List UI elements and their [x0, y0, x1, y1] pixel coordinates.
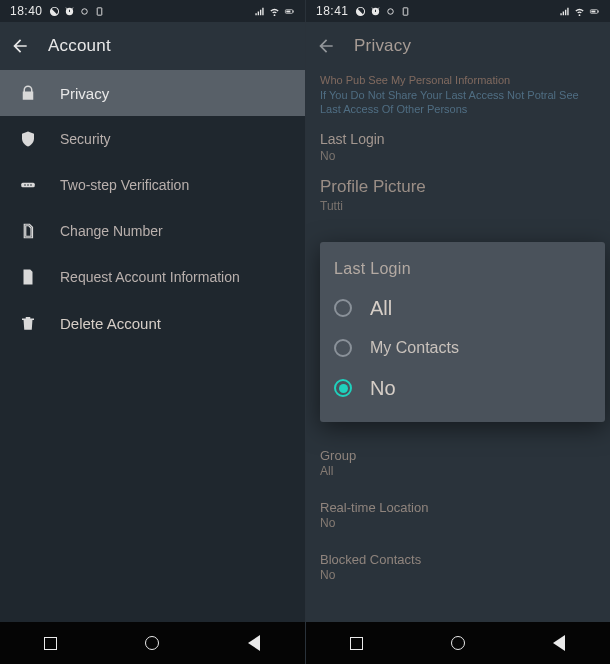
status-bar-left: 18:40	[0, 0, 305, 22]
back-button[interactable]	[314, 34, 338, 58]
screen-privacy: 18:41 Privacy Who Pub See My Personal In…	[305, 0, 610, 664]
privacy-body: Who Pub See My Personal Information If Y…	[306, 70, 610, 622]
svg-rect-3	[293, 10, 294, 12]
subheading-1: Who Pub See My Personal Information	[320, 74, 596, 86]
section-title: Group	[320, 448, 596, 463]
screen-account: 18:40 Account Privacy Security	[0, 0, 305, 664]
svg-point-9	[387, 8, 393, 14]
section-value: No	[320, 149, 596, 163]
row-label: Delete Account	[60, 315, 161, 332]
trash-icon	[18, 313, 38, 333]
battery-icon	[589, 6, 600, 17]
section-title: Profile Picture	[320, 177, 596, 197]
appbar-left: Account	[0, 22, 305, 70]
row-label: Privacy	[60, 85, 109, 102]
section-realtime-location[interactable]: Real-time Location No	[320, 500, 596, 530]
status-icons-right	[254, 6, 295, 17]
radio-option-all[interactable]: All	[334, 288, 591, 328]
section-title: Last Login	[320, 131, 596, 147]
status-icons-left	[49, 6, 105, 17]
wifi-icon	[574, 6, 585, 17]
row-privacy[interactable]: Privacy	[0, 70, 305, 116]
radio-icon-checked	[334, 379, 352, 397]
section-value: No	[320, 516, 596, 530]
radio-icon	[334, 299, 352, 317]
svg-rect-10	[403, 7, 408, 14]
appbar-right: Privacy	[306, 22, 610, 70]
row-changenum[interactable]: Change Number	[0, 208, 305, 254]
dnd-icon	[49, 6, 60, 17]
row-twostep[interactable]: Two-step Verification	[0, 162, 305, 208]
wifi-icon	[269, 6, 280, 17]
doc-icon	[18, 267, 38, 287]
circle-icon	[79, 6, 90, 17]
section-value: All	[320, 464, 596, 478]
svg-point-6	[24, 184, 26, 186]
svg-rect-12	[598, 10, 599, 12]
appbar-title: Account	[48, 36, 111, 56]
radio-option-contacts[interactable]: My Contacts	[334, 328, 591, 368]
lower-sections: Group All Real-time Location No Blocked …	[320, 448, 596, 604]
radio-label: No	[370, 377, 396, 400]
navbar-left	[0, 622, 305, 664]
dnd-icon	[355, 6, 366, 17]
row-label: Two-step Verification	[60, 177, 189, 193]
section-value: No	[320, 568, 596, 582]
svg-point-0	[81, 8, 87, 14]
section-value: Tutti	[320, 199, 596, 213]
appbar-title: Privacy	[354, 36, 411, 56]
nav-back[interactable]	[245, 634, 263, 652]
section-group[interactable]: Group All	[320, 448, 596, 478]
section-profile-picture[interactable]: Profile Picture Tutti	[320, 177, 596, 213]
svg-rect-1	[97, 7, 102, 14]
status-time: 18:41	[316, 4, 349, 18]
section-last-login[interactable]: Last Login No	[320, 131, 596, 163]
row-reqinfo[interactable]: Request Account Information	[0, 254, 305, 300]
section-title: Real-time Location	[320, 500, 596, 515]
dots-icon	[18, 175, 38, 195]
account-list: Privacy Security Two-step Verification C…	[0, 70, 305, 622]
navbar-right	[306, 622, 610, 664]
device-icon	[94, 6, 105, 17]
radio-label: My Contacts	[370, 339, 459, 357]
dialog-last-login: Last Login All My Contacts No	[320, 242, 605, 422]
nav-home[interactable]	[449, 634, 467, 652]
signal-icon	[559, 6, 570, 17]
signal-icon	[254, 6, 265, 17]
device-icon	[400, 6, 411, 17]
sim-icon	[18, 221, 38, 241]
nav-home[interactable]	[143, 634, 161, 652]
lock-icon	[18, 83, 38, 103]
row-label: Change Number	[60, 223, 163, 239]
section-title: Blocked Contacts	[320, 552, 596, 567]
svg-point-8	[30, 184, 32, 186]
status-icons-left	[355, 6, 411, 17]
section-blocked-contacts[interactable]: Blocked Contacts No	[320, 552, 596, 582]
status-bar-right: 18:41	[306, 0, 610, 22]
nav-recents[interactable]	[42, 634, 60, 652]
alarm-icon	[370, 6, 381, 17]
nav-recents[interactable]	[348, 634, 366, 652]
alarm-icon	[64, 6, 75, 17]
shield-icon	[18, 129, 38, 149]
row-label: Security	[60, 131, 111, 147]
row-security[interactable]: Security	[0, 116, 305, 162]
circle-icon	[385, 6, 396, 17]
svg-rect-13	[591, 10, 595, 12]
back-button[interactable]	[8, 34, 32, 58]
row-label: Request Account Information	[60, 269, 240, 285]
status-icons-right	[559, 6, 600, 17]
subheading-2: If You Do Not Share Your Last Access Not…	[320, 88, 596, 117]
nav-back[interactable]	[550, 634, 568, 652]
svg-rect-4	[286, 10, 290, 12]
status-time: 18:40	[10, 4, 43, 18]
svg-point-7	[27, 184, 29, 186]
row-delete[interactable]: Delete Account	[0, 300, 305, 346]
battery-icon	[284, 6, 295, 17]
radio-option-no[interactable]: No	[334, 368, 591, 408]
dialog-title: Last Login	[334, 260, 591, 278]
radio-label: All	[370, 297, 392, 320]
radio-icon	[334, 339, 352, 357]
